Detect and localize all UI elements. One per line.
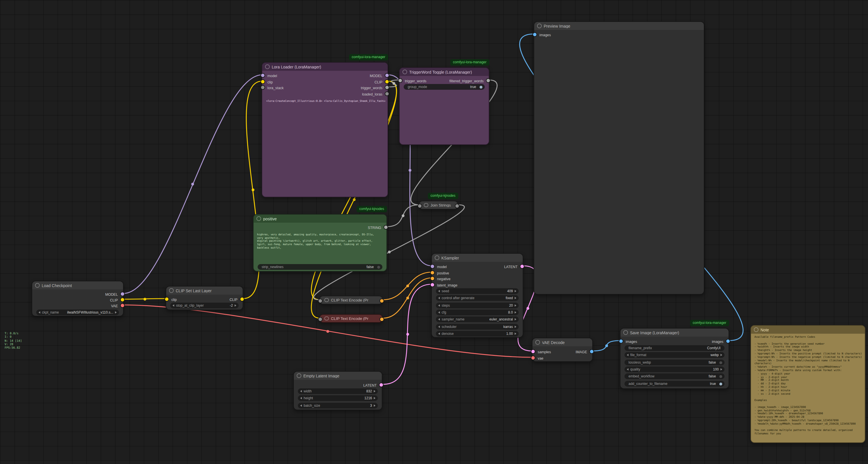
increment-arrow-icon[interactable] xyxy=(515,304,516,307)
toggle-dot-icon[interactable] xyxy=(377,265,380,268)
output-latent-port[interactable]: LATENT xyxy=(363,382,383,388)
port-dot[interactable] xyxy=(532,32,537,37)
widget-seed[interactable]: seed409 xyxy=(436,288,519,294)
prev-value-arrow-icon[interactable] xyxy=(627,354,628,356)
collapse-dot-icon[interactable] xyxy=(169,289,174,293)
widget-strip-newlines[interactable]: strip_newlines false xyxy=(258,264,382,270)
widget-height[interactable]: height1216 xyxy=(298,395,378,401)
next-value-arrow-icon[interactable] xyxy=(115,311,117,314)
toggle-dot-icon[interactable] xyxy=(719,361,722,364)
decrement-arrow-icon[interactable] xyxy=(173,304,174,307)
port-dot[interactable] xyxy=(726,339,730,344)
node-clip-text-encode-negative[interactable]: CLIP Text Encode (Pr xyxy=(319,314,383,323)
output-clip-port[interactable]: CLIP xyxy=(229,296,244,302)
port-dot[interactable] xyxy=(589,349,594,354)
input-trigger-words-port[interactable]: trigger_words xyxy=(398,78,426,83)
node-title-bar[interactable]: positive xyxy=(254,214,386,223)
decrement-arrow-icon[interactable] xyxy=(300,390,302,393)
prev-value-arrow-icon[interactable] xyxy=(438,297,440,299)
output-images-port[interactable]: images xyxy=(712,338,730,344)
port-dot[interactable] xyxy=(385,91,389,96)
input-clip-port[interactable]: clip xyxy=(164,296,177,302)
next-value-arrow-icon[interactable] xyxy=(515,326,516,328)
output-model-port[interactable]: MODEL xyxy=(105,291,125,297)
output-latent-port[interactable]: LATENT xyxy=(504,263,524,269)
node-title-bar[interactable]: Save Image (LoraManager) xyxy=(620,328,728,337)
port-dot[interactable] xyxy=(385,79,389,84)
node-lora-loader[interactable]: Lora Loader (LoraManager) model clip lor… xyxy=(261,62,388,197)
increment-arrow-icon[interactable] xyxy=(720,368,722,371)
widget-filename-prefix[interactable]: filename_prefixComfyUI xyxy=(624,345,724,351)
node-title-bar[interactable]: Lora Loader (LoraManager) xyxy=(262,63,388,71)
widget-width[interactable]: width832 xyxy=(298,388,378,394)
output-image-port[interactable]: IMAGE xyxy=(576,349,594,354)
port-dot[interactable] xyxy=(120,303,125,308)
node-title-bar[interactable]: KSampler xyxy=(432,254,523,262)
increment-arrow-icon[interactable] xyxy=(515,290,516,292)
port-dot[interactable] xyxy=(260,73,265,78)
collapsed-output-port[interactable] xyxy=(455,203,460,208)
increment-arrow-icon[interactable] xyxy=(374,390,375,393)
output-trigger-words-port[interactable]: trigger_words xyxy=(361,85,389,90)
node-preview-image[interactable]: Preview Image images xyxy=(534,21,704,295)
next-value-arrow-icon[interactable] xyxy=(720,354,722,356)
input-images-port[interactable]: images xyxy=(619,338,637,344)
port-dot[interactable] xyxy=(164,297,169,301)
widget-scheduler[interactable]: schedulerkarras xyxy=(436,324,519,330)
toggle-dot-icon[interactable] xyxy=(479,85,483,88)
input-clip-port[interactable]: clip xyxy=(260,79,273,85)
comfyui-canvas[interactable]: comfyui-lora-manager comfyui-lora-manage… xyxy=(0,0,868,464)
decrement-arrow-icon[interactable] xyxy=(438,332,440,335)
widget-sampler-name[interactable]: sampler_nameeuler_ancestral xyxy=(436,316,519,322)
node-load-checkpoint[interactable]: Load Checkpoint MODEL CLIP VAE ckpt_name… xyxy=(32,281,124,316)
collapsed-output-port[interactable] xyxy=(379,317,384,321)
increment-arrow-icon[interactable] xyxy=(374,404,375,407)
node-ksampler[interactable]: KSampler model positive negative latent_… xyxy=(431,253,523,338)
decrement-arrow-icon[interactable] xyxy=(438,311,440,314)
widget-ckpt-name[interactable]: ckpt_name ilwaiNSFWIllustrious_v110.s... xyxy=(36,310,119,315)
port-dot[interactable] xyxy=(430,270,435,275)
decrement-arrow-icon[interactable] xyxy=(300,404,302,407)
widget-stop-at-clip-layer[interactable]: stop_at_clip_layer -2 xyxy=(170,302,239,308)
node-title-bar[interactable]: CLIP Set Last Layer xyxy=(166,287,243,295)
increment-arrow-icon[interactable] xyxy=(374,397,375,399)
port-dot[interactable] xyxy=(430,264,435,269)
collapse-dot-icon[interactable] xyxy=(324,298,329,302)
collapse-dot-icon[interactable] xyxy=(256,216,261,221)
increment-arrow-icon[interactable] xyxy=(515,311,516,314)
port-dot[interactable] xyxy=(531,355,535,360)
port-dot[interactable] xyxy=(385,73,389,78)
toggle-dot-icon[interactable] xyxy=(719,382,722,385)
collapse-dot-icon[interactable] xyxy=(265,65,270,69)
collapse-dot-icon[interactable] xyxy=(537,24,541,28)
widget-add-counter-to-filename[interactable]: add_counter_to_filenametrue xyxy=(624,381,724,387)
next-value-arrow-icon[interactable] xyxy=(515,297,516,299)
collapse-dot-icon[interactable] xyxy=(623,330,628,335)
node-title-bar[interactable]: Preview Image xyxy=(534,22,704,30)
node-title-bar[interactable]: TriggerWord Toggle (LoraManager) xyxy=(400,68,489,76)
collapsed-output-port[interactable] xyxy=(379,298,384,303)
widget-batch-size[interactable]: batch_size3 xyxy=(298,403,378,408)
node-triggerword-toggle[interactable]: TriggerWord Toggle (LoraManager) trigger… xyxy=(399,67,489,145)
collapsed-input-port[interactable] xyxy=(318,317,322,321)
input-negative-port[interactable]: negative xyxy=(430,276,451,281)
node-empty-latent-image[interactable]: Empty Latent Image LATENT width832 heigh… xyxy=(293,371,382,410)
node-vae-decode[interactable]: VAE Decode samples vae IMAGE xyxy=(532,338,593,362)
output-clip-port[interactable]: CLIP xyxy=(374,79,389,85)
widget-embed-workflow[interactable]: embed_workflowfalse xyxy=(624,373,724,379)
output-vae-port[interactable]: VAE xyxy=(111,302,125,308)
collapse-dot-icon[interactable] xyxy=(435,256,439,260)
port-dot[interactable] xyxy=(430,283,435,287)
port-dot[interactable] xyxy=(486,78,491,83)
port-dot[interactable] xyxy=(619,339,623,344)
collapse-dot-icon[interactable] xyxy=(754,328,758,332)
decrement-arrow-icon[interactable] xyxy=(438,290,440,292)
widget-quality[interactable]: quality100 xyxy=(624,367,724,372)
widget-cfg[interactable]: cfg8.0 xyxy=(436,310,519,315)
widget-group-mode[interactable]: group_mode true xyxy=(404,84,485,90)
port-dot[interactable] xyxy=(398,78,403,83)
port-dot[interactable] xyxy=(383,225,388,230)
node-clip-set-last-layer[interactable]: CLIP Set Last Layer clip CLIP stop_at_cl… xyxy=(165,286,243,310)
collapsed-input-port[interactable] xyxy=(318,298,322,303)
node-title-bar[interactable]: Load Checkpoint xyxy=(32,281,123,289)
